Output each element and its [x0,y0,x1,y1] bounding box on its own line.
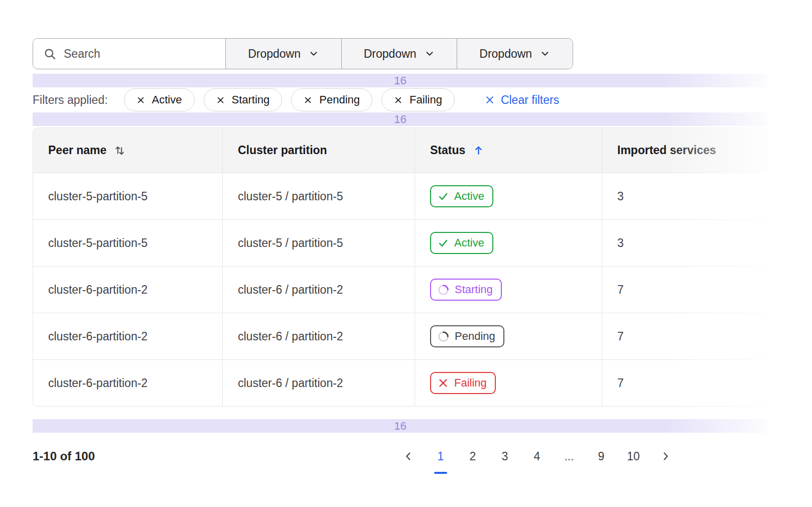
applied-filters-row: Filters applied: Active Starting Pending… [33,87,768,112]
dropdown-label: Dropdown [479,47,532,61]
clear-filters-button[interactable]: Clear filters [485,93,559,107]
table-row[interactable]: cluster-6-partition-2 cluster-6 / partit… [33,313,767,359]
dropdown-label: Dropdown [364,47,417,61]
content: Dropdown Dropdown Dropdown 16 Filters ap… [33,38,768,470]
column-header-imported-services[interactable]: Imported services [602,128,767,173]
cell-imported-services: 3 [602,173,767,219]
page-button-2[interactable]: 2 [461,445,484,468]
cell-cluster-partition: cluster-6 / partition-2 [222,360,415,406]
filter-chip-starting[interactable]: Starting [204,88,283,111]
imported-services-value: 7 [617,330,624,343]
chevron-right-icon [660,451,671,462]
page-button-4[interactable]: 4 [525,445,549,468]
search-input[interactable] [64,47,217,61]
sort-both-icon [113,144,126,157]
column-header-label: Status [430,144,465,157]
pagination-row: 1-10 of 100 1 2 3 4 ... 9 10 [33,443,768,470]
spacing-marker-value: 16 [394,420,406,433]
check-icon [437,237,449,249]
peers-table: Peer name Cluster partition Status [33,128,768,407]
remove-filter-icon [137,96,145,104]
column-header-label: Cluster partition [238,144,327,157]
filter-chip-label: Failing [410,93,442,106]
chevron-down-icon [539,48,551,59]
column-header-label: Imported services [617,144,716,157]
imported-services-value: 3 [617,190,624,203]
filter-toolbar: Dropdown Dropdown Dropdown [33,38,573,69]
table-header-row: Peer name Cluster partition Status [33,128,767,173]
filters-applied-label: Filters applied: [33,93,108,107]
peer-name-value: cluster-5-partition-5 [48,236,148,250]
remove-filter-icon [394,96,402,104]
dropdown-button-1[interactable]: Dropdown [225,39,341,69]
page-button-9[interactable]: 9 [590,445,613,468]
filter-chip-label: Starting [232,93,270,106]
page-button-10[interactable]: 10 [622,445,645,468]
cluster-partition-value: cluster-5 / partition-5 [238,190,343,203]
dropdown-label: Dropdown [248,47,301,61]
cluster-partition-value: cluster-6 / partition-2 [238,330,343,343]
status-badge-pending: Pending [430,325,504,347]
dropdown-button-2[interactable]: Dropdown [341,39,457,69]
status-badge-starting: Starting [430,279,502,301]
x-icon [437,377,449,389]
status-label: Failing [454,376,487,390]
peer-name-value: cluster-6-partition-2 [48,283,148,297]
cell-imported-services: 7 [602,313,767,359]
filter-chip-failing[interactable]: Failing [381,88,455,111]
table-row[interactable]: cluster-6-partition-2 cluster-6 / partit… [33,266,767,313]
cell-peer-name: cluster-6-partition-2 [33,313,222,359]
page-button-1[interactable]: 1 [429,445,452,468]
imported-services-value: 7 [617,376,624,390]
column-header-cluster-partition[interactable]: Cluster partition [222,128,415,173]
cell-status: Active [415,173,602,219]
column-header-status[interactable]: Status [415,128,602,173]
column-header-peer-name[interactable]: Peer name [33,128,222,173]
cell-cluster-partition: cluster-5 / partition-5 [222,173,415,219]
page-button-3[interactable]: 3 [493,445,516,468]
cell-peer-name: cluster-5-partition-5 [33,220,222,266]
peer-name-value: cluster-5-partition-5 [48,190,148,203]
spacing-marker-top: 16 [33,74,768,87]
chevron-down-icon [424,48,435,59]
cell-imported-services: 7 [602,360,767,406]
cluster-partition-value: cluster-6 / partition-2 [238,376,343,390]
pagination-ellipsis: ... [558,445,581,468]
status-label: Pending [455,330,495,343]
filter-chip-pending[interactable]: Pending [291,88,372,111]
cluster-partition-value: cluster-6 / partition-2 [238,283,343,297]
chevron-left-icon [403,451,414,462]
table-row[interactable]: cluster-6-partition-2 cluster-6 / partit… [33,359,767,406]
table-row[interactable]: cluster-5-partition-5 cluster-5 / partit… [33,173,767,219]
status-label: Active [454,236,484,249]
cell-peer-name: cluster-5-partition-5 [33,173,222,219]
spacing-marker-bottom: 16 [33,419,768,433]
dropdown-button-3[interactable]: Dropdown [457,39,573,69]
spacing-marker-value: 16 [394,113,406,126]
cell-peer-name: cluster-6-partition-2 [33,360,222,406]
remove-filter-icon [216,96,225,104]
next-page-button[interactable] [654,445,677,468]
status-label: Starting [455,283,493,296]
clear-filters-label: Clear filters [501,93,559,107]
cell-cluster-partition: cluster-5 / partition-5 [222,220,415,266]
peer-name-value: cluster-6-partition-2 [48,376,148,390]
pager: 1 2 3 4 ... 9 10 [392,445,682,468]
filter-chip-label: Active [152,93,182,106]
sort-ascending-icon [472,144,485,157]
status-label: Active [454,190,484,203]
status-badge-active: Active [430,232,493,254]
cell-cluster-partition: cluster-6 / partition-2 [222,267,415,313]
search-box[interactable] [33,39,225,69]
spinner-icon [437,284,450,296]
cell-peer-name: cluster-6-partition-2 [33,267,222,313]
clear-filters-icon [485,95,495,105]
cell-status: Active [415,220,602,266]
cell-status: Failing [415,360,602,406]
imported-services-value: 3 [617,236,624,250]
filter-chip-label: Pending [319,93,360,106]
previous-page-button[interactable] [397,445,420,468]
filter-chip-active[interactable]: Active [124,88,195,111]
status-badge-active: Active [430,185,493,207]
table-row[interactable]: cluster-5-partition-5 cluster-5 / partit… [33,219,767,266]
